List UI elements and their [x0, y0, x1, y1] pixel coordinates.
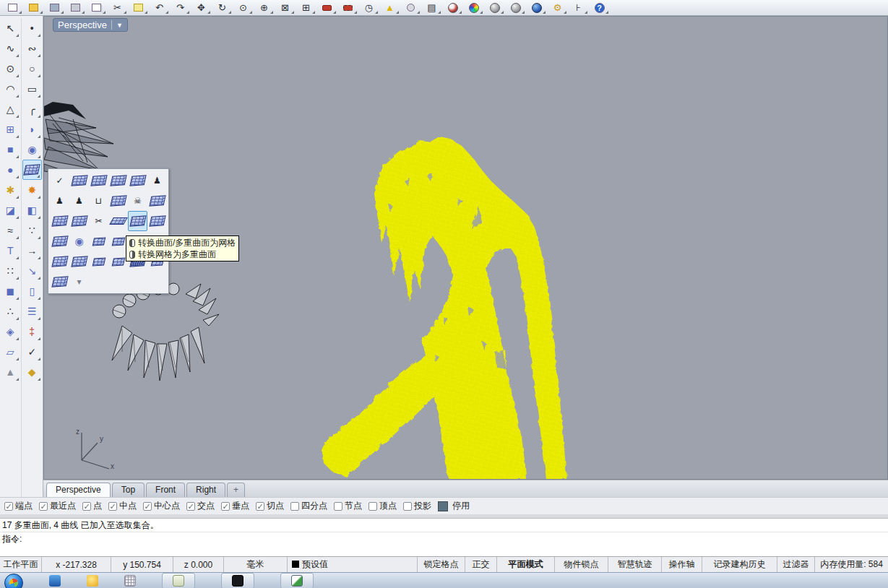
check-objects[interactable]: ✓: [22, 342, 42, 362]
status-ortho[interactable]: 正交: [465, 557, 497, 572]
scatter-mesh[interactable]: [147, 211, 167, 231]
checkbox[interactable]: [39, 502, 48, 511]
help[interactable]: ?: [589, 1, 610, 15]
pan-view[interactable]: ✥: [191, 1, 212, 15]
blend-curve[interactable]: ≈: [1, 220, 20, 241]
mesh-from-surface-flyout[interactable]: [22, 160, 42, 180]
curve-arrow[interactable]: →: [22, 241, 42, 261]
unify-mesh-normals[interactable]: [147, 191, 167, 211]
fillet-curve[interactable]: ╭: [22, 99, 42, 119]
viewport-layout[interactable]: ⊞: [296, 1, 316, 15]
point-grid[interactable]: ∴: [1, 301, 20, 321]
split-mesh[interactable]: [89, 251, 108, 272]
wireframe-mesh-object[interactable]: [44, 98, 121, 178]
extrude-solid[interactable]: T: [1, 241, 20, 261]
checkbox[interactable]: [221, 502, 230, 511]
project-mesh[interactable]: [69, 211, 89, 231]
vertical-array[interactable]: ‡: [22, 321, 42, 342]
status-gridsnap[interactable]: 锁定格点: [418, 557, 465, 572]
mesh-spheres[interactable]: ◉: [69, 231, 89, 251]
osnap-center[interactable]: 中心点: [143, 500, 180, 512]
checkbox[interactable]: [108, 502, 117, 511]
tab-top[interactable]: Top: [112, 483, 145, 497]
mesh-person-tool-2[interactable]: ♟: [69, 191, 89, 211]
surface-patch[interactable]: ⊞: [1, 119, 20, 139]
solid-cylinder[interactable]: ●: [1, 160, 20, 180]
checkbox[interactable]: [82, 502, 91, 511]
named-views[interactable]: ◷: [358, 1, 379, 15]
zoom-extents[interactable]: ⊠: [275, 1, 296, 15]
mesh-fold[interactable]: [50, 251, 69, 272]
point-cloud[interactable]: ∵: [22, 220, 42, 241]
trim-solid[interactable]: ◪: [1, 200, 20, 220]
zoom-window[interactable]: ⊕: [254, 1, 275, 15]
status-osnap[interactable]: 物件锁点: [555, 557, 608, 572]
checkbox[interactable]: [4, 502, 13, 511]
status-smarttrack[interactable]: 智慧轨迹: [608, 557, 662, 572]
osnap-perpendicular[interactable]: 垂点: [221, 500, 249, 512]
checkbox[interactable]: [334, 502, 342, 511]
explode-mesh[interactable]: [50, 272, 69, 292]
osnap-mid[interactable]: 中点: [108, 500, 137, 512]
render-region[interactable]: [337, 1, 358, 15]
notes[interactable]: ▤: [421, 1, 442, 15]
circle[interactable]: ⊙: [1, 59, 20, 79]
render-preview[interactable]: [484, 1, 505, 15]
rectangle[interactable]: ▭: [22, 79, 42, 99]
status-filter[interactable]: 过滤器: [777, 557, 815, 572]
paste[interactable]: [128, 1, 149, 15]
osnap-near[interactable]: 最近点: [39, 500, 76, 512]
checkbox[interactable]: [403, 502, 412, 511]
osnap-project[interactable]: 投影: [403, 500, 431, 512]
tab-add-view[interactable]: +: [227, 483, 245, 497]
render[interactable]: [316, 1, 337, 15]
rotate-view[interactable]: ↻: [212, 1, 233, 15]
render-properties[interactable]: [526, 1, 547, 15]
pyramid[interactable]: ▲: [1, 362, 20, 382]
viewport-title[interactable]: Perspective ▼: [53, 18, 128, 32]
mesh-outline[interactable]: [108, 211, 128, 231]
cone-solid[interactable]: ◆: [22, 362, 42, 382]
collapse-mesh[interactable]: ▾: [69, 272, 89, 292]
move-diagonal[interactable]: ↘: [22, 261, 42, 281]
mesh-table-2[interactable]: [108, 231, 128, 251]
split-plane[interactable]: ◧: [22, 200, 42, 220]
material-editor[interactable]: [463, 1, 484, 15]
environment-editor[interactable]: [505, 1, 526, 15]
osnap-intersection[interactable]: 交点: [186, 500, 215, 512]
osnap-disable[interactable]: 停用: [438, 500, 470, 512]
cut-plane[interactable]: ▯: [22, 281, 42, 301]
twist-deform[interactable]: ◈: [1, 321, 20, 342]
taskbar-app-4[interactable]: [162, 573, 195, 588]
osnap-point[interactable]: 点: [82, 500, 102, 512]
select-pointer[interactable]: ↖: [1, 18, 20, 38]
mesh-table-1[interactable]: [89, 231, 108, 251]
tab-right[interactable]: Right: [186, 483, 225, 497]
polygon[interactable]: △: [1, 99, 20, 119]
options-gear[interactable]: ⚙: [547, 1, 568, 15]
polyline[interactable]: ∿: [1, 38, 20, 59]
mesh-from-plane[interactable]: [128, 170, 147, 191]
status-units[interactable]: 毫米: [224, 557, 288, 572]
add-mesh-face[interactable]: [108, 191, 128, 211]
checkbox[interactable]: [256, 502, 264, 511]
fill-mesh-holes[interactable]: ⊔: [89, 191, 108, 211]
osnap-end[interactable]: 端点: [4, 500, 33, 512]
solid-union[interactable]: ◼: [1, 281, 20, 301]
disable-swatch[interactable]: [438, 501, 448, 511]
checkbox[interactable]: [290, 502, 299, 511]
offset-mesh[interactable]: [50, 211, 69, 231]
osnap-vertex[interactable]: 顶点: [368, 500, 397, 512]
osnap-knot[interactable]: 节点: [334, 500, 362, 512]
ellipse[interactable]: ○: [22, 59, 42, 79]
tab-perspective[interactable]: Perspective: [46, 483, 111, 497]
command-prompt[interactable]: 指令:: [0, 532, 888, 545]
explode[interactable]: ✸: [22, 180, 42, 200]
arc[interactable]: ◠: [1, 79, 20, 99]
wireframe-spike-ring[interactable]: [100, 282, 220, 385]
reduce-mesh[interactable]: ♟: [147, 170, 167, 191]
cut[interactable]: ✂: [107, 1, 128, 15]
copy[interactable]: [86, 1, 107, 15]
apply-button[interactable]: ✓: [50, 170, 69, 191]
taskbar-app-5[interactable]: [221, 573, 254, 588]
